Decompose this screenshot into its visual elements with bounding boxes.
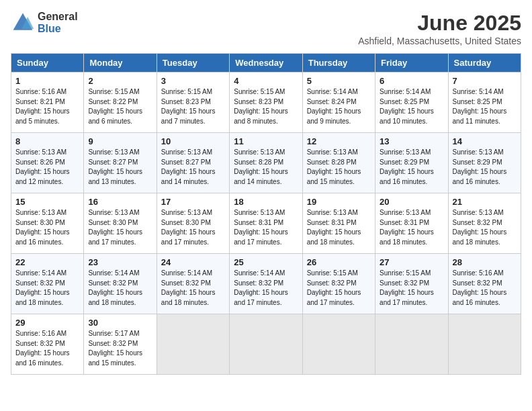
sunset-label: Sunset: 8:29 PM bbox=[380, 158, 429, 166]
day-number: 6 bbox=[380, 76, 443, 86]
cell-info: Sunrise: 5:13 AM Sunset: 8:28 PM Dayligh… bbox=[234, 148, 298, 187]
day-number: 3 bbox=[161, 76, 225, 86]
daylight-label: Daylight: 15 hours and 13 minutes. bbox=[88, 168, 142, 185]
calendar-cell: 18 Sunrise: 5:13 AM Sunset: 8:31 PM Dayl… bbox=[230, 193, 302, 254]
cell-info: Sunrise: 5:13 AM Sunset: 8:27 PM Dayligh… bbox=[88, 148, 152, 187]
daylight-label: Daylight: 15 hours and 17 minutes. bbox=[234, 228, 288, 246]
cell-info: Sunrise: 5:14 AM Sunset: 8:32 PM Dayligh… bbox=[234, 269, 298, 308]
day-of-week-header: Thursday bbox=[302, 54, 375, 73]
day-number: 5 bbox=[307, 76, 371, 86]
sunset-label: Sunset: 8:30 PM bbox=[88, 219, 138, 226]
calendar-cell: 15 Sunrise: 5:13 AM Sunset: 8:30 PM Dayl… bbox=[11, 193, 84, 254]
calendar-cell: 4 Sunrise: 5:15 AM Sunset: 8:23 PM Dayli… bbox=[230, 73, 302, 133]
day-number: 16 bbox=[88, 197, 152, 207]
daylight-label: Daylight: 15 hours and 16 minutes. bbox=[453, 168, 507, 185]
cell-info: Sunrise: 5:14 AM Sunset: 8:25 PM Dayligh… bbox=[380, 87, 443, 126]
calendar-cell: 24 Sunrise: 5:14 AM Sunset: 8:32 PM Dayl… bbox=[157, 254, 229, 314]
cell-info: Sunrise: 5:13 AM Sunset: 8:31 PM Dayligh… bbox=[380, 208, 443, 247]
sunrise-label: Sunrise: 5:15 AM bbox=[161, 88, 212, 95]
daylight-label: Daylight: 15 hours and 9 minutes. bbox=[307, 107, 361, 125]
sunrise-label: Sunrise: 5:13 AM bbox=[453, 209, 504, 216]
daylight-label: Daylight: 15 hours and 6 minutes. bbox=[88, 107, 142, 125]
cell-info: Sunrise: 5:14 AM Sunset: 8:32 PM Dayligh… bbox=[161, 269, 225, 308]
sunset-label: Sunset: 8:26 PM bbox=[15, 158, 65, 166]
daylight-label: Daylight: 15 hours and 8 minutes. bbox=[234, 107, 288, 125]
day-number: 11 bbox=[234, 136, 298, 146]
day-number: 4 bbox=[234, 76, 298, 86]
cell-info: Sunrise: 5:13 AM Sunset: 8:29 PM Dayligh… bbox=[380, 148, 443, 187]
title-block: June 2025 Ashfield, Massachusetts, Unite… bbox=[358, 11, 521, 46]
day-number: 30 bbox=[88, 318, 152, 328]
cell-info: Sunrise: 5:15 AM Sunset: 8:32 PM Dayligh… bbox=[307, 269, 371, 308]
cell-info: Sunrise: 5:13 AM Sunset: 8:30 PM Dayligh… bbox=[88, 208, 152, 247]
sunset-label: Sunset: 8:32 PM bbox=[161, 279, 211, 287]
sunset-label: Sunset: 8:23 PM bbox=[234, 98, 283, 105]
day-number: 7 bbox=[453, 76, 517, 86]
sunset-label: Sunset: 8:27 PM bbox=[88, 158, 138, 166]
logo-icon bbox=[11, 11, 35, 35]
day-number: 29 bbox=[15, 318, 79, 328]
calendar-cell: 27 Sunrise: 5:15 AM Sunset: 8:32 PM Dayl… bbox=[375, 254, 448, 314]
calendar-cell: 9 Sunrise: 5:13 AM Sunset: 8:27 PM Dayli… bbox=[84, 133, 157, 193]
daylight-label: Daylight: 15 hours and 17 minutes. bbox=[88, 228, 142, 246]
sunrise-label: Sunrise: 5:13 AM bbox=[161, 209, 212, 216]
day-number: 20 bbox=[380, 197, 443, 207]
sunrise-label: Sunrise: 5:14 AM bbox=[15, 269, 66, 277]
calendar-cell: 19 Sunrise: 5:13 AM Sunset: 8:31 PM Dayl… bbox=[302, 193, 375, 254]
sunset-label: Sunset: 8:32 PM bbox=[453, 219, 502, 226]
cell-info: Sunrise: 5:13 AM Sunset: 8:28 PM Dayligh… bbox=[307, 148, 371, 187]
calendar-cell: 17 Sunrise: 5:13 AM Sunset: 8:30 PM Dayl… bbox=[157, 193, 229, 254]
sunset-label: Sunset: 8:27 PM bbox=[161, 158, 211, 166]
calendar-cell: 12 Sunrise: 5:13 AM Sunset: 8:28 PM Dayl… bbox=[302, 133, 375, 193]
calendar-cell: 7 Sunrise: 5:14 AM Sunset: 8:25 PM Dayli… bbox=[448, 73, 521, 133]
sunrise-label: Sunrise: 5:14 AM bbox=[234, 269, 285, 277]
daylight-label: Daylight: 15 hours and 17 minutes. bbox=[307, 289, 361, 306]
day-number: 21 bbox=[453, 197, 517, 207]
calendar-cell: 6 Sunrise: 5:14 AM Sunset: 8:25 PM Dayli… bbox=[375, 73, 448, 133]
sunset-label: Sunset: 8:28 PM bbox=[307, 158, 357, 166]
sunrise-label: Sunrise: 5:16 AM bbox=[453, 269, 504, 277]
daylight-label: Daylight: 15 hours and 11 minutes. bbox=[453, 107, 507, 125]
calendar-cell: 16 Sunrise: 5:13 AM Sunset: 8:30 PM Dayl… bbox=[84, 193, 157, 254]
sunset-label: Sunset: 8:25 PM bbox=[380, 98, 429, 105]
sunrise-label: Sunrise: 5:13 AM bbox=[15, 209, 66, 216]
day-number: 8 bbox=[15, 136, 79, 146]
day-number: 26 bbox=[307, 257, 371, 267]
day-number: 9 bbox=[88, 136, 152, 146]
day-of-week-header: Saturday bbox=[448, 54, 521, 73]
sunset-label: Sunset: 8:30 PM bbox=[161, 219, 211, 226]
calendar-cell: 21 Sunrise: 5:13 AM Sunset: 8:32 PM Dayl… bbox=[448, 193, 521, 254]
day-number: 17 bbox=[161, 197, 225, 207]
calendar-cell: 10 Sunrise: 5:13 AM Sunset: 8:27 PM Dayl… bbox=[157, 133, 229, 193]
empty-cell bbox=[157, 314, 229, 375]
sunrise-label: Sunrise: 5:13 AM bbox=[380, 148, 431, 156]
daylight-label: Daylight: 15 hours and 16 minutes. bbox=[15, 349, 70, 367]
empty-cell bbox=[230, 314, 302, 375]
month-title: June 2025 bbox=[358, 11, 521, 36]
cell-info: Sunrise: 5:14 AM Sunset: 8:32 PM Dayligh… bbox=[15, 269, 79, 308]
daylight-label: Daylight: 15 hours and 7 minutes. bbox=[161, 107, 216, 125]
day-number: 23 bbox=[88, 257, 152, 267]
sunrise-label: Sunrise: 5:13 AM bbox=[234, 209, 285, 216]
day-number: 22 bbox=[15, 257, 79, 267]
day-number: 24 bbox=[161, 257, 225, 267]
daylight-label: Daylight: 15 hours and 12 minutes. bbox=[15, 168, 70, 185]
day-number: 13 bbox=[380, 136, 443, 146]
day-number: 10 bbox=[161, 136, 225, 146]
cell-info: Sunrise: 5:13 AM Sunset: 8:29 PM Dayligh… bbox=[453, 148, 517, 187]
daylight-label: Daylight: 15 hours and 18 minutes. bbox=[453, 228, 507, 246]
sunrise-label: Sunrise: 5:14 AM bbox=[380, 88, 431, 95]
sunrise-label: Sunrise: 5:13 AM bbox=[15, 148, 66, 156]
day-number: 27 bbox=[380, 257, 443, 267]
logo-general-text: General bbox=[38, 11, 78, 23]
cell-info: Sunrise: 5:14 AM Sunset: 8:24 PM Dayligh… bbox=[307, 87, 371, 126]
empty-cell bbox=[448, 314, 521, 375]
day-of-week-header: Friday bbox=[375, 54, 448, 73]
cell-info: Sunrise: 5:17 AM Sunset: 8:32 PM Dayligh… bbox=[88, 329, 152, 368]
daylight-label: Daylight: 15 hours and 18 minutes. bbox=[88, 289, 142, 306]
sunset-label: Sunset: 8:32 PM bbox=[307, 279, 357, 287]
calendar-cell: 13 Sunrise: 5:13 AM Sunset: 8:29 PM Dayl… bbox=[375, 133, 448, 193]
daylight-label: Daylight: 15 hours and 18 minutes. bbox=[161, 289, 216, 306]
sunrise-label: Sunrise: 5:13 AM bbox=[307, 209, 358, 216]
logo: General Blue bbox=[11, 11, 78, 35]
